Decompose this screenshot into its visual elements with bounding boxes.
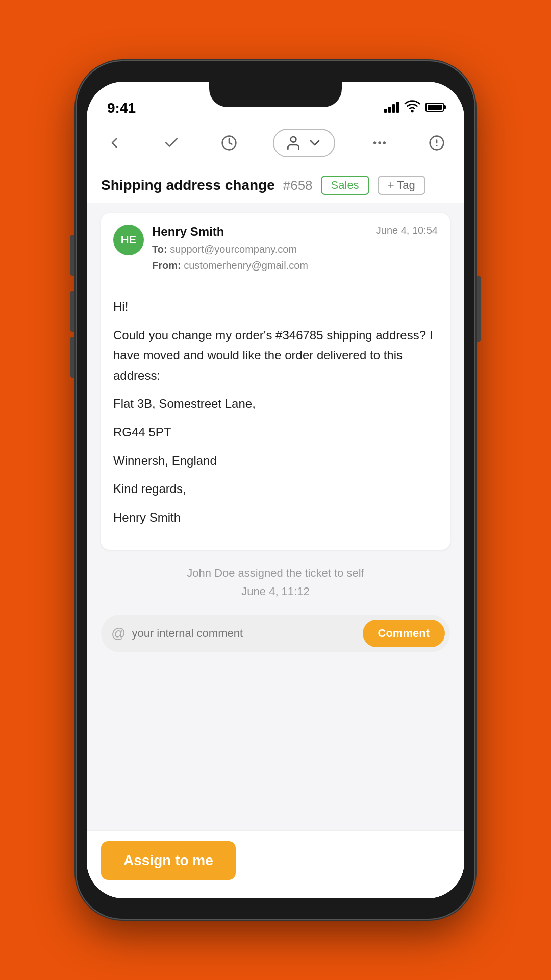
svg-point-0	[412, 110, 413, 112]
at-icon: @	[111, 625, 126, 642]
check-button[interactable]	[158, 130, 185, 156]
ticket-id: #658	[283, 178, 313, 193]
sender-info: Henry Smith To: support@yourcompany.com …	[152, 225, 368, 274]
email-line1: Could you change my order's #346785 ship…	[113, 325, 438, 386]
activity-line1: John Doe assigned the ticket to self	[101, 564, 450, 582]
email-header: HE Henry Smith To: support@yourcompany.c…	[101, 213, 450, 282]
ticket-header: Shipping address change #658 Sales + Tag	[87, 163, 464, 203]
comment-submit-button[interactable]: Comment	[363, 620, 445, 647]
screen: 9:41	[87, 82, 464, 898]
tag-sales[interactable]: Sales	[321, 176, 369, 195]
notch	[209, 82, 342, 107]
status-icons	[384, 97, 444, 116]
signal-icon	[384, 102, 399, 113]
svg-point-4	[379, 142, 380, 143]
info-button[interactable]	[423, 130, 450, 156]
activity-line2: June 4, 11:12	[101, 582, 450, 600]
email-address3: Winnersh, England	[113, 451, 438, 471]
scroll-area: HE Henry Smith To: support@yourcompany.c…	[87, 203, 464, 830]
battery-icon	[425, 103, 444, 112]
svg-point-2	[291, 137, 296, 142]
svg-point-3	[374, 142, 375, 143]
comment-box: @ Comment	[101, 615, 450, 652]
email-body: Hi! Could you change my order's #346785 …	[101, 282, 450, 550]
sender-to: To: support@yourcompany.com	[152, 241, 368, 257]
email-date: June 4, 10:54	[376, 225, 438, 236]
svg-point-5	[384, 142, 385, 143]
status-time: 9:41	[107, 100, 136, 116]
more-button[interactable]	[366, 130, 393, 156]
comment-input[interactable]	[132, 627, 356, 640]
sender-name: Henry Smith	[152, 225, 368, 239]
back-button[interactable]	[101, 130, 128, 156]
assign-dropdown-button[interactable]	[273, 129, 335, 157]
wifi-icon	[404, 97, 420, 116]
email-address2: RG44 5PT	[113, 422, 438, 443]
bottom-area: Assign to me	[87, 830, 464, 898]
content-area: Shipping address change #658 Sales + Tag…	[87, 122, 464, 898]
email-signature: Henry Smith	[113, 507, 438, 528]
assign-to-me-button[interactable]: Assign to me	[101, 841, 236, 880]
email-card: HE Henry Smith To: support@yourcompany.c…	[101, 213, 450, 550]
email-closing: Kind regards,	[113, 479, 438, 499]
sender-from: From: customerhenry@gmail.com	[152, 257, 368, 274]
phone-frame: 9:41	[77, 61, 474, 919]
tag-add-button[interactable]: + Tag	[378, 176, 425, 195]
toolbar	[87, 122, 464, 163]
ticket-title: Shipping address change	[101, 177, 275, 193]
activity-log: John Doe assigned the ticket to self Jun…	[101, 560, 450, 604]
email-greeting: Hi!	[113, 297, 438, 317]
clock-button[interactable]	[216, 130, 242, 156]
avatar: HE	[113, 225, 144, 255]
email-address1: Flat 3B, Somestreet Lane,	[113, 394, 438, 414]
